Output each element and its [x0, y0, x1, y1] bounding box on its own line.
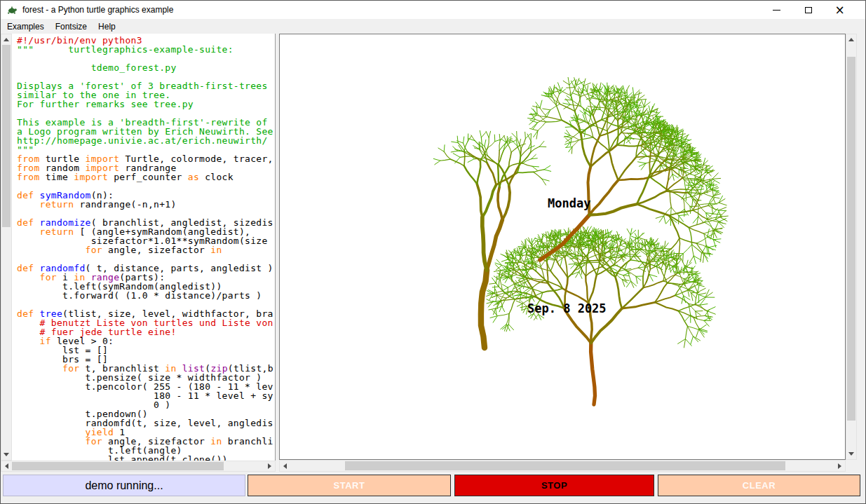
- start-button[interactable]: START: [248, 475, 451, 496]
- code-line: for angle, sizefactor in: [17, 245, 275, 254]
- code-line: t.forward( (1.0 * distance)/parts ): [17, 291, 275, 300]
- scroll-down-button[interactable]: [846, 449, 856, 459]
- scroll-right-icon: [838, 463, 841, 469]
- window-controls: ×: [761, 1, 855, 19]
- scrollbar-track[interactable]: [12, 461, 264, 471]
- minimize-button[interactable]: [761, 1, 792, 19]
- maximize-icon: [805, 7, 812, 13]
- code-line: from time import perf_counter as clock: [17, 172, 275, 182]
- code-view[interactable]: #!/usr/bin/env python3""" turtlegraphics…: [12, 34, 276, 461]
- menu-bar: Examples Fontsize Help: [1, 19, 865, 34]
- bottom-bar: demo running... START STOP CLEAR: [1, 472, 865, 504]
- canvas-vertical-scrollbar[interactable]: [846, 34, 857, 460]
- turtle-canvas[interactable]: MondaySep. 8 2025: [279, 34, 846, 460]
- code-line: tdemo_forest.py: [17, 63, 275, 72]
- canvas-horizontal-scrollbar[interactable]: [279, 460, 846, 472]
- turtle-app-icon: [6, 4, 18, 15]
- minimize-icon: [773, 10, 780, 11]
- forest-drawing: MondaySep. 8 2025: [280, 34, 845, 459]
- scroll-down-button[interactable]: [1, 449, 11, 460]
- status-label: demo running...: [3, 475, 245, 496]
- scroll-left-icon: [5, 463, 8, 469]
- canvas-text: Sep. 8 2025: [527, 301, 607, 315]
- scroll-left-button[interactable]: [280, 461, 290, 471]
- code-line: For further remarks see tree.py: [17, 100, 275, 109]
- code-horizontal-scrollbar[interactable]: [1, 461, 276, 472]
- code-line: http://homepage.univie.ac.at/erich.neuwi…: [17, 136, 275, 145]
- stop-button[interactable]: STOP: [454, 475, 654, 496]
- scroll-down-icon: [848, 452, 854, 456]
- code-line: return randrange(-n,n+1): [17, 200, 275, 209]
- scrollbar-thumb[interactable]: [2, 45, 11, 227]
- scrollbar-track[interactable]: [290, 461, 834, 471]
- scrollbar-track[interactable]: [846, 45, 856, 449]
- scroll-right-button[interactable]: [834, 461, 845, 471]
- menu-fontsize[interactable]: Fontsize: [50, 20, 92, 33]
- code-vertical-scrollbar[interactable]: [1, 34, 12, 461]
- canvas-text: Monday: [548, 196, 590, 210]
- app-window: forest - a Python turtle graphics exampl…: [0, 0, 866, 504]
- close-icon: ×: [834, 4, 844, 16]
- scroll-left-button[interactable]: [1, 461, 12, 471]
- menu-help[interactable]: Help: [93, 20, 121, 33]
- title-bar: forest - a Python turtle graphics exampl…: [1, 1, 865, 19]
- scroll-right-icon: [268, 463, 271, 469]
- menu-examples[interactable]: Examples: [2, 20, 49, 33]
- clear-button[interactable]: CLEAR: [658, 475, 860, 496]
- scroll-up-button[interactable]: [846, 34, 856, 45]
- code-line: """ turtlegraphics-example-suite:: [17, 45, 275, 54]
- window-title: forest - a Python turtle graphics exampl…: [22, 5, 173, 15]
- scrollbar-thumb[interactable]: [345, 461, 786, 470]
- scroll-down-icon: [4, 453, 9, 456]
- scroll-up-button[interactable]: [1, 34, 11, 45]
- scroll-left-icon: [283, 463, 287, 469]
- scroll-right-button[interactable]: [264, 461, 275, 471]
- scroll-up-icon: [848, 38, 854, 41]
- code-line: lst.append(t.clone()): [17, 455, 275, 461]
- maximize-button[interactable]: [792, 1, 824, 19]
- scroll-up-icon: [4, 38, 9, 41]
- scrollbar-thumb[interactable]: [847, 57, 855, 420]
- close-button[interactable]: ×: [824, 1, 855, 19]
- scrollbar-track[interactable]: [1, 45, 11, 449]
- scrollbar-thumb[interactable]: [12, 462, 224, 470]
